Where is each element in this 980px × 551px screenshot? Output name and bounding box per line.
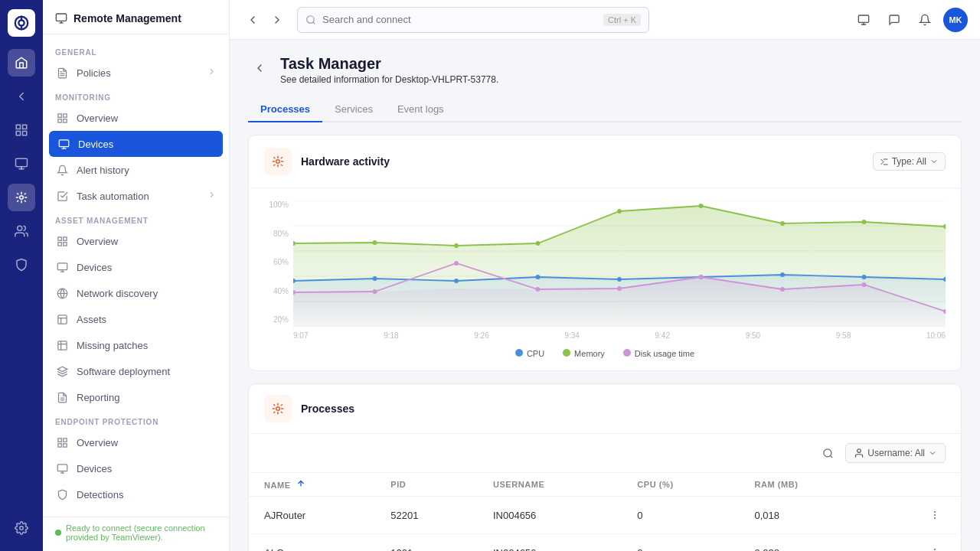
svg-rect-30 [57, 262, 67, 269]
legend-disk: Disk usage time [623, 349, 694, 358]
nav-settings-icon[interactable] [8, 514, 35, 542]
svg-point-65 [699, 204, 704, 208]
nav-shield-icon[interactable] [8, 251, 35, 279]
policies-icon [55, 66, 69, 80]
search-input[interactable] [322, 14, 597, 25]
svg-rect-47 [858, 15, 868, 22]
svg-point-61 [373, 240, 377, 245]
cell-actions-0 [870, 497, 961, 534]
icon-bar [0, 0, 43, 551]
svg-point-63 [536, 241, 541, 246]
col-pid: PID [375, 473, 478, 497]
asset-devices-icon [55, 260, 69, 274]
sidebar-item-missing-patches[interactable]: Missing patches [43, 332, 229, 358]
cell-username-0: IN004656 [478, 497, 622, 534]
bell-icon-btn[interactable] [913, 8, 937, 32]
x-label-0: 9:07 [293, 331, 308, 340]
asset-overview-label: Overview [77, 236, 118, 247]
svg-point-11 [20, 196, 24, 200]
sidebar-item-asset-overview[interactable]: Overview [43, 228, 229, 254]
status-text: Ready to connect (secure connection prov… [66, 523, 217, 542]
svg-point-45 [307, 15, 314, 22]
forward-button[interactable] [266, 9, 288, 31]
sidebar-item-assets[interactable]: Assets [43, 306, 229, 332]
svg-point-83 [536, 287, 541, 292]
policies-arrow-icon [207, 67, 217, 79]
svg-rect-23 [59, 139, 69, 146]
cell-username-1: IN004656 [478, 534, 622, 552]
back-button[interactable] [242, 9, 263, 31]
username-filter-dropdown[interactable]: Username: All [845, 443, 946, 463]
svg-point-95 [934, 514, 935, 515]
nav-home-icon[interactable] [8, 49, 35, 77]
task-automation-icon [55, 189, 69, 203]
sidebar-item-reporting[interactable]: Reporting [43, 384, 229, 410]
sidebar-item-monitoring-devices[interactable]: Devices [49, 131, 223, 157]
type-filter-label: Type: All [892, 156, 926, 167]
sidebar-item-asset-devices[interactable]: Devices [43, 254, 229, 280]
search-processes-button[interactable] [816, 442, 839, 465]
nav-users-icon[interactable] [8, 217, 35, 245]
svg-point-84 [617, 286, 622, 291]
svg-rect-22 [63, 119, 66, 122]
table-header-row: NAME PID USERNAME CPU (%) RAM (MB) [249, 473, 961, 497]
content-area: Task Manager See detailed information fo… [230, 40, 980, 551]
chat-icon-btn[interactable] [882, 8, 906, 32]
sidebar-item-monitoring-overview[interactable]: Overview [43, 105, 229, 131]
monitoring-devices-label: Devices [78, 139, 113, 150]
col-name: NAME [249, 473, 375, 497]
svg-rect-20 [63, 113, 66, 116]
sidebar-item-task-automation[interactable]: Task automation [43, 183, 229, 209]
page-tabs: Processes Services Event logs [248, 97, 962, 122]
row-more-button-0[interactable] [924, 504, 946, 526]
row-more-button-1[interactable] [924, 542, 946, 551]
svg-point-73 [536, 275, 541, 279]
svg-rect-19 [57, 113, 60, 116]
svg-point-50 [276, 160, 280, 164]
sidebar-item-software-deployment[interactable]: Software deployment [43, 358, 229, 384]
svg-rect-29 [63, 242, 66, 245]
sidebar-item-ep-overview[interactable]: Overview [43, 429, 229, 455]
sidebar-item-detections[interactable]: Detections [43, 481, 229, 507]
alert-icon [55, 163, 69, 177]
x-label-5: 9:50 [746, 331, 760, 340]
cell-name-1: ALG [249, 534, 375, 552]
svg-rect-6 [16, 132, 20, 135]
sidebar-item-ep-devices[interactable]: Devices [43, 455, 229, 481]
svg-point-85 [699, 275, 704, 279]
page-back-button[interactable] [248, 57, 271, 80]
svg-rect-28 [57, 242, 60, 245]
search-shortcut: Ctrl + K [603, 14, 641, 26]
table-row: AJRouter 52201 IN004656 0 0,018 [249, 497, 961, 534]
tab-event-logs[interactable]: Event logs [385, 97, 456, 122]
page-title: Task Manager [280, 55, 498, 73]
svg-rect-4 [16, 125, 20, 129]
svg-rect-27 [63, 236, 66, 240]
sidebar-item-network-discovery[interactable]: Network discovery [43, 280, 229, 306]
nav-arrow-icon[interactable] [8, 83, 35, 110]
sort-icon[interactable] [296, 479, 305, 488]
hardware-chart-svg [293, 201, 946, 327]
app-logo[interactable] [8, 9, 35, 37]
detections-label: Detections [77, 489, 123, 500]
assets-label: Assets [77, 314, 106, 325]
x-label-6: 9:58 [836, 331, 851, 340]
type-filter-dropdown[interactable]: Type: All [873, 152, 946, 171]
nav-active-icon[interactable] [8, 184, 35, 211]
legend-cpu: CPU [515, 349, 544, 358]
x-label-1: 9:18 [384, 331, 398, 340]
sidebar-item-policies[interactable]: Policies [43, 60, 229, 86]
hardware-icon [264, 148, 292, 175]
nav-grid-icon[interactable] [8, 116, 35, 144]
section-label-general: GENERAL [43, 41, 229, 60]
user-avatar[interactable]: MK [943, 8, 968, 32]
monitor-icon-btn[interactable] [851, 8, 876, 32]
tab-services[interactable]: Services [322, 97, 385, 122]
sidebar-item-alert-history[interactable]: Alert history [43, 157, 229, 183]
asset-overview-icon [55, 234, 69, 248]
search-bar[interactable]: Ctrl + K [297, 7, 649, 33]
nav-monitor-icon[interactable] [8, 150, 35, 178]
tab-processes[interactable]: Processes [248, 97, 322, 122]
ep-overview-icon [55, 435, 69, 449]
patches-icon [55, 338, 69, 352]
